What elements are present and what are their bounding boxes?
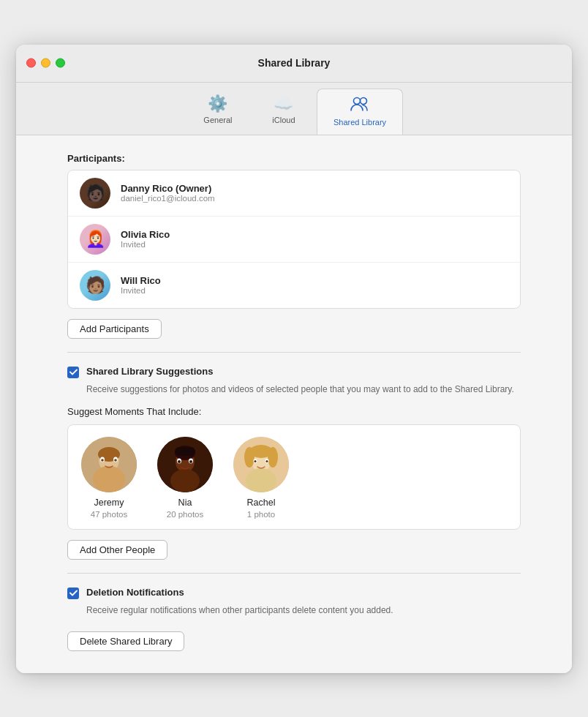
suggestions-checkbox[interactable] [67, 367, 79, 378]
svg-point-23 [244, 447, 255, 468]
divider-2 [67, 573, 521, 574]
traffic-lights [26, 59, 65, 68]
toolbar: ⚙️ General ☁️ iCloud Shared Library [16, 83, 572, 135]
avatar-rachel-moment [233, 437, 289, 492]
participant-name-danny: Danny Rico (Owner) [121, 183, 215, 194]
svg-point-4 [93, 466, 125, 492]
svg-point-9 [114, 459, 117, 462]
titlebar: Shared Library [16, 45, 572, 83]
participant-info-will: Will Rico Invited [121, 275, 161, 295]
gear-icon: ⚙️ [208, 94, 227, 113]
avatar-danny: 🧑🏿 [80, 178, 110, 209]
tab-icloud[interactable]: ☁️ iCloud [251, 89, 317, 135]
svg-point-17 [189, 460, 192, 463]
tab-shared-library-label: Shared Library [333, 118, 386, 127]
suggestions-desc: Receive suggestions for photos and video… [86, 383, 521, 396]
participant-name-olivia: Olivia Rico [121, 229, 170, 240]
tab-shared-library[interactable]: Shared Library [317, 89, 403, 135]
avatar-olivia: 👩🏻‍🦰 [80, 224, 110, 255]
moments-box: Jeremy 47 photos [67, 424, 521, 530]
suggestions-label: Shared Library Suggestions [86, 366, 213, 377]
tab-general-label: General [203, 116, 232, 124]
svg-point-8 [101, 459, 104, 462]
svg-point-16 [178, 460, 181, 463]
participant-row-danny: 🧑🏿 Danny Rico (Owner) daniel_rico1@iclou… [68, 170, 520, 217]
suggest-moments-label: Suggest Moments That Include: [67, 406, 521, 417]
close-button[interactable] [26, 59, 36, 68]
participant-info-danny: Danny Rico (Owner) daniel_rico1@icloud.c… [121, 183, 215, 203]
deletion-label: Deletion Notifications [86, 587, 184, 598]
svg-rect-18 [175, 447, 195, 456]
window-title: Shared Library [258, 57, 331, 69]
participants-label: Participants: [67, 153, 521, 164]
moment-name-nia: Nia [178, 498, 192, 508]
avatar-nia-moment [157, 437, 213, 492]
moment-name-jeremy: Jeremy [94, 498, 124, 508]
moment-count-rachel: 1 photo [247, 510, 275, 519]
svg-point-27 [255, 460, 257, 462]
participant-sub-olivia: Invited [121, 240, 170, 249]
deletion-checkbox[interactable] [67, 588, 79, 599]
svg-point-12 [170, 469, 200, 492]
add-participants-button[interactable]: Add Participants [67, 319, 162, 339]
participant-row-will: 🧑🏽 Will Rico Invited [68, 263, 520, 308]
participant-sub-will: Invited [121, 286, 161, 295]
main-content: Participants: 🧑🏿 Danny Rico (Owner) dani… [16, 135, 572, 673]
moment-person-rachel[interactable]: Rachel 1 photo [233, 437, 289, 519]
moment-person-nia[interactable]: Nia 20 photos [157, 437, 213, 519]
app-window: Shared Library ⚙️ General ☁️ iCloud Shar… [16, 45, 572, 673]
divider-1 [67, 352, 521, 353]
deletion-desc: Receive regular notifications when other… [86, 604, 521, 617]
add-other-people-button[interactable]: Add Other People [67, 540, 167, 560]
shared-library-icon [350, 95, 369, 116]
participant-sub-danny: daniel_rico1@icloud.com [121, 194, 215, 203]
avatar-will: 🧑🏽 [80, 270, 110, 301]
moment-count-jeremy: 47 photos [91, 510, 128, 519]
moment-name-rachel: Rachel [247, 498, 276, 508]
participant-row-olivia: 👩🏻‍🦰 Olivia Rico Invited [68, 217, 520, 263]
maximize-button[interactable] [56, 59, 65, 68]
suggestions-checkbox-row: Shared Library Suggestions [67, 366, 521, 378]
deletion-checkbox-row: Deletion Notifications [67, 587, 521, 599]
tab-general[interactable]: ⚙️ General [185, 89, 251, 135]
delete-shared-library-button[interactable]: Delete Shared Library [67, 631, 184, 651]
svg-point-0 [354, 97, 361, 104]
moment-person-jeremy[interactable]: Jeremy 47 photos [81, 437, 137, 519]
svg-point-24 [268, 447, 278, 468]
svg-point-21 [246, 468, 276, 492]
participants-list: 🧑🏿 Danny Rico (Owner) daniel_rico1@iclou… [67, 170, 521, 309]
avatar-jeremy-moment [81, 437, 137, 492]
minimize-button[interactable] [41, 59, 50, 68]
moment-count-nia: 20 photos [167, 510, 204, 519]
svg-point-1 [361, 97, 367, 104]
participant-info-olivia: Olivia Rico Invited [121, 229, 170, 249]
participant-name-will: Will Rico [121, 275, 161, 286]
cloud-icon: ☁️ [274, 94, 293, 113]
tab-icloud-label: iCloud [272, 116, 295, 124]
svg-point-28 [266, 460, 268, 462]
